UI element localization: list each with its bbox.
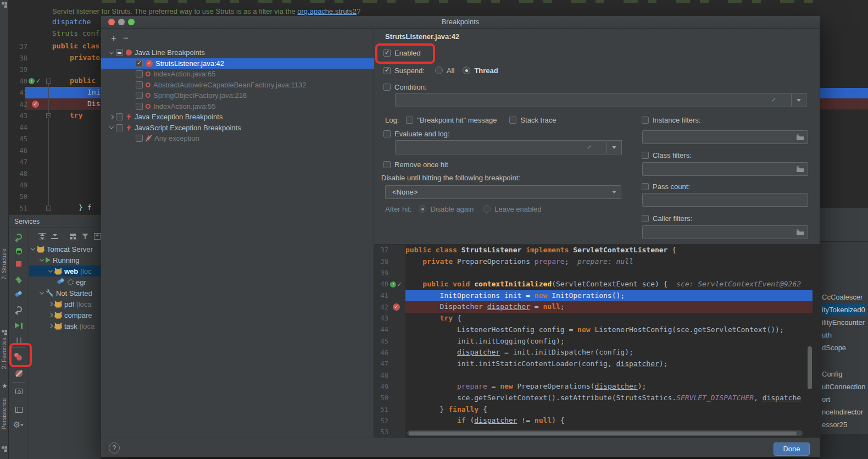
disable-again-radio[interactable] <box>419 205 426 213</box>
resume-icon[interactable] <box>13 320 24 331</box>
breakpoint-checkbox[interactable] <box>116 124 123 131</box>
tab-favorites[interactable]: 2: Favorites <box>1 338 7 369</box>
condition-history-button[interactable] <box>792 93 806 107</box>
suspend-thread-radio[interactable] <box>463 67 470 74</box>
evaluate-input[interactable]: ↕ <box>395 140 607 154</box>
service-tree-item[interactable]: Tomcat Server <box>29 244 101 255</box>
suspend-checkbox[interactable] <box>383 67 391 74</box>
breakpoint-icon[interactable]: ✓ <box>393 303 400 311</box>
refresh-icon[interactable] <box>13 303 24 314</box>
breakpoint-checkbox[interactable] <box>136 92 143 99</box>
settings-gear-icon[interactable]: ⚙ <box>13 419 24 430</box>
dialog-titlebar[interactable]: Breakpoints <box>101 16 820 29</box>
group-by-icon[interactable] <box>70 233 76 240</box>
maximize-window-icon[interactable] <box>128 19 135 25</box>
stack-trace-checkbox[interactable] <box>509 117 516 124</box>
folder-icon[interactable] <box>796 229 804 236</box>
breakpoint-tree-item[interactable]: SpringObjectFactory.java:216 <box>101 90 374 101</box>
list-item[interactable]: nceIndirector <box>822 406 868 418</box>
remove-once-checkbox[interactable] <box>383 161 391 168</box>
service-tree-item[interactable]: 🔧Not Started <box>29 287 101 298</box>
done-button[interactable]: Done <box>774 443 810 456</box>
folder-icon[interactable] <box>796 165 804 173</box>
breakpoint-checkbox[interactable] <box>136 103 143 110</box>
breakpoint-checkbox[interactable] <box>116 113 123 120</box>
persistence-icon[interactable] <box>2 446 7 452</box>
rerun-debug-icon[interactable] <box>13 246 24 257</box>
suspend-all-radio[interactable] <box>435 67 443 74</box>
service-tree-item[interactable]: egr <box>29 276 101 287</box>
chevron-down-icon[interactable] <box>40 290 44 294</box>
override-marker-icon[interactable]: ↑ <box>390 281 396 287</box>
breakpoint-tree-item[interactable]: JavaScript Exception Breakpoints <box>101 123 374 134</box>
remove-breakpoint-button[interactable]: − <box>123 33 129 44</box>
service-tree-item[interactable]: web [loc <box>29 266 101 276</box>
list-item[interactable]: Config <box>822 368 868 380</box>
evaluate-checkbox[interactable] <box>383 130 391 137</box>
chevron-right-icon[interactable] <box>48 302 53 306</box>
minimize-window-icon[interactable] <box>118 19 125 25</box>
expand-all-icon[interactable] <box>38 233 46 240</box>
instance-filters-input[interactable] <box>642 130 808 144</box>
breakpoint-checkbox[interactable] <box>136 70 143 78</box>
breakpoint-tree-item[interactable]: IndexAction.java:65 <box>101 69 374 80</box>
pass-count-input[interactable] <box>642 193 808 207</box>
tab-structure[interactable]: 7: Structure <box>1 248 7 280</box>
tab-persistence[interactable]: Persistence <box>1 398 7 429</box>
list-item[interactable]: uth <box>822 329 868 341</box>
chevron-down-icon[interactable] <box>48 268 53 272</box>
class-filters-checkbox[interactable] <box>642 152 649 159</box>
condition-checkbox[interactable] <box>383 84 391 91</box>
chevron-right-icon[interactable] <box>48 313 53 317</box>
help-button[interactable]: ? <box>109 443 120 454</box>
breakpoint-checkbox[interactable] <box>136 135 143 142</box>
mute-breakpoints-icon[interactable] <box>13 368 24 379</box>
collapse-all-icon[interactable] <box>51 233 58 240</box>
breakpoint-tree-item[interactable]: IndexAction.java:55 <box>101 101 374 112</box>
breakpoint-checkbox[interactable] <box>116 49 123 56</box>
rerun-icon[interactable] <box>13 231 24 242</box>
log-message-checkbox[interactable] <box>406 117 413 124</box>
preview-vertical-scrollbar[interactable] <box>808 346 812 389</box>
disable-until-combobox[interactable]: <None> <box>385 185 621 199</box>
service-tree-item[interactable]: task [loca <box>29 320 101 331</box>
add-service-icon[interactable] <box>94 233 101 240</box>
service-tree-item[interactable]: compare <box>29 309 101 320</box>
condition-input[interactable]: ↕ <box>395 93 792 107</box>
breakpoint-checkbox[interactable] <box>136 81 143 89</box>
chevron-down-icon[interactable] <box>31 246 35 250</box>
list-item[interactable]: essor25 <box>822 419 868 430</box>
redeploy-icon[interactable] <box>13 274 24 285</box>
breakpoint-tree-item[interactable]: AbstractAutowireCapableBeanFactory.java:… <box>101 80 374 91</box>
list-item[interactable]: dScope <box>822 342 868 353</box>
folder-icon[interactable] <box>796 134 804 141</box>
class-filters-input[interactable] <box>642 162 808 176</box>
stop-icon[interactable] <box>13 258 24 269</box>
override-marker-icon[interactable]: ↑✓ <box>29 78 41 85</box>
evaluate-history-button[interactable] <box>607 140 622 154</box>
structure-icon[interactable] <box>2 330 7 335</box>
preview-horizontal-scrollbar[interactable] <box>407 430 803 436</box>
service-tree-item[interactable]: pdf [loca <box>29 298 101 309</box>
list-item[interactable]: ort <box>822 394 868 405</box>
breakpoint-icon[interactable]: ✓ <box>32 101 39 108</box>
caller-filters-input[interactable] <box>642 225 808 239</box>
breakpoint-tree-item[interactable]: Any exception <box>101 133 374 144</box>
chevron-right-icon[interactable] <box>109 115 114 119</box>
breakpoint-tree-item[interactable]: Java Line Breakpoints <box>101 47 374 58</box>
list-item[interactable]: CcCoalescer <box>822 291 868 303</box>
screenshot-icon[interactable] <box>13 386 24 397</box>
restore-layout-icon[interactable] <box>13 404 24 415</box>
breakpoint-tree-item[interactable]: Java Exception Breakpoints <box>101 112 374 123</box>
build-artifacts-icon[interactable] <box>13 289 24 300</box>
caller-filters-checkbox[interactable] <box>642 215 649 222</box>
services-panel-header[interactable]: Services <box>9 214 101 228</box>
chevron-down-icon[interactable] <box>109 125 114 129</box>
breakpoint-tree-item[interactable]: ✓StrutsListener.java:42 <box>101 58 374 69</box>
project-icon[interactable] <box>2 2 7 8</box>
leave-enabled-radio[interactable] <box>483 205 491 213</box>
javadoc-link[interactable]: org.apache.struts2 <box>297 7 357 15</box>
star-icon[interactable]: ★ <box>2 382 8 390</box>
service-tree-item[interactable]: Running <box>29 255 101 266</box>
fold-marker[interactable]: − <box>46 113 51 118</box>
